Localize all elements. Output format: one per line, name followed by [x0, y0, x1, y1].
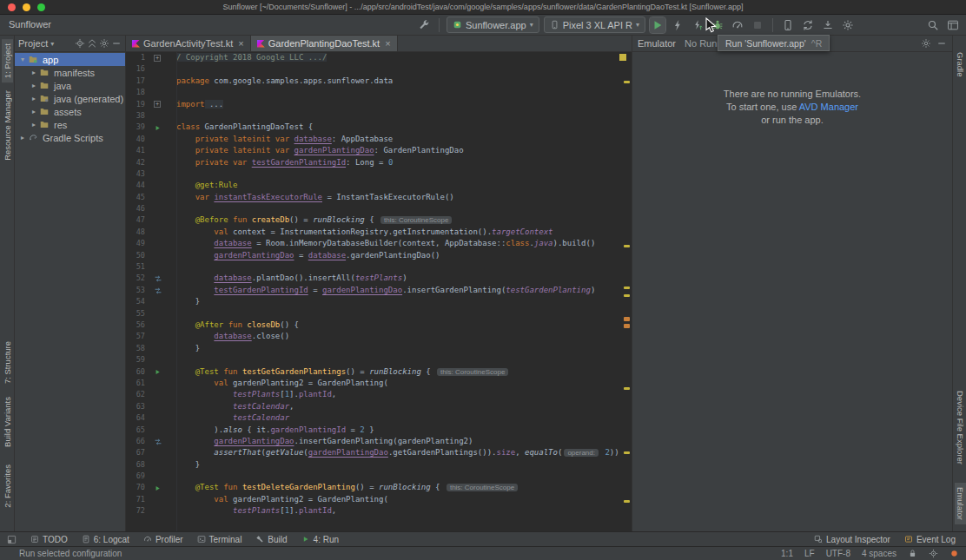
suspend-call-icon[interactable]: [154, 287, 162, 295]
indent-style[interactable]: 4 spaces: [862, 549, 897, 558]
close-tab-icon[interactable]: ×: [238, 38, 243, 49]
device-select[interactable]: Pixel 3 XL API R▾: [544, 16, 645, 33]
tool-button-1-project[interactable]: 1: Project: [2, 39, 13, 82]
line-separator[interactable]: LF: [804, 549, 815, 558]
stripe-mark[interactable]: [624, 287, 630, 289]
file-encoding[interactable]: UTF-8: [826, 549, 850, 558]
stripe-mark[interactable]: [624, 500, 630, 503]
code-line[interactable]: 19+import ...: [126, 99, 632, 110]
collapse-all-icon[interactable]: [87, 38, 97, 49]
code-editor[interactable]: 1+/ Copyright 2018 Google LLC .../1617pa…: [126, 52, 632, 531]
hide-panel-icon[interactable]: [936, 38, 947, 49]
code-line[interactable]: 61 val gardenPlanting2 = GardenPlanting(: [126, 378, 632, 389]
tree-item-java[interactable]: ▸java: [15, 79, 125, 92]
code-line[interactable]: 62 testPlants[1].plantId,: [126, 389, 632, 400]
debug-icon[interactable]: [710, 17, 725, 33]
profile-icon[interactable]: [730, 17, 745, 33]
tool-button-event-log[interactable]: Event Log: [904, 535, 956, 544]
locate-file-icon[interactable]: [75, 38, 85, 49]
code-line[interactable]: 58 }: [126, 343, 632, 354]
tree-item-app[interactable]: ▾app: [15, 53, 125, 66]
code-line[interactable]: 70 @Test fun testDeleteGardenPlanting() …: [126, 482, 632, 493]
stripe-mark[interactable]: [624, 451, 630, 454]
apply-code-changes-icon[interactable]: [690, 17, 705, 33]
stripe-mark[interactable]: [624, 317, 630, 321]
run-test-icon[interactable]: [154, 124, 162, 132]
stop-icon[interactable]: [750, 17, 765, 33]
tool-button-2-favorites[interactable]: 2: Favorites: [2, 460, 13, 512]
code-line[interactable]: 51: [126, 261, 632, 273]
code-line[interactable]: 57 database.close(): [126, 331, 632, 342]
stripe-mark[interactable]: [624, 387, 630, 390]
tree-item-assets[interactable]: ▸assets: [15, 105, 125, 118]
code-line[interactable]: 64 testCalendar: [126, 412, 632, 424]
code-line[interactable]: 16: [126, 63, 632, 75]
chevron-down-icon[interactable]: ▾: [18, 56, 27, 63]
tool-button-4-run[interactable]: 4: Run: [301, 535, 339, 544]
code-line[interactable]: 65 ).also { it.gardenPlantingId = 2 }: [126, 425, 632, 436]
code-line[interactable]: 67 assertThat(getValue(gardenPlantingDao…: [126, 447, 632, 458]
stripe-mark[interactable]: [624, 81, 630, 83]
code-line[interactable]: 1+/ Copyright 2018 Google LLC .../: [126, 52, 632, 63]
suspend-call-icon[interactable]: [154, 274, 162, 283]
annotations-icon[interactable]: [929, 549, 938, 558]
chevron-right-icon[interactable]: ▸: [30, 108, 38, 115]
apply-changes-icon[interactable]: [670, 17, 685, 33]
sdk-manager-icon[interactable]: [820, 17, 836, 33]
code-line[interactable]: 44 @get:Rule: [126, 180, 632, 191]
code-line[interactable]: 47 @Before fun createDb() = runBlocking …: [126, 214, 632, 226]
stripe-mark[interactable]: [624, 324, 630, 328]
code-line[interactable]: 49 database = Room.inMemoryDatabaseBuild…: [126, 238, 632, 249]
tool-button-build[interactable]: Build: [255, 535, 287, 544]
tool-button-build-variants[interactable]: Build Variants: [2, 392, 13, 451]
code-line[interactable]: 50 gardenPlantingDao = database.gardenPl…: [126, 250, 632, 261]
project-view-selector[interactable]: Project ▾: [18, 38, 54, 49]
tool-windows-layout-icon[interactable]: [945, 17, 961, 33]
tool-button-device-file-explorer[interactable]: Device File Explorer: [955, 386, 966, 469]
code-line[interactable]: 71 val gardenPlanting2 = GardenPlanting(: [126, 494, 632, 505]
code-line[interactable]: 45 var instantTaskExecutorRule = Instant…: [126, 192, 632, 203]
code-line[interactable]: 72 testPlants[1].plantId,: [126, 505, 632, 517]
tool-button-6-logcat[interactable]: 6: Logcat: [82, 535, 129, 544]
tree-item-manifests[interactable]: ▸manifests: [15, 66, 125, 79]
chevron-right-icon[interactable]: ▸: [18, 134, 27, 142]
run-config-select[interactable]: Sunflower.app▾: [447, 16, 539, 33]
tool-button-todo[interactable]: TODO: [30, 535, 68, 544]
code-line[interactable]: 56 @After fun closeDb() {: [126, 320, 632, 331]
code-line[interactable]: 69: [126, 471, 632, 482]
fold-marker[interactable]: +: [154, 101, 161, 108]
code-line[interactable]: 68 }: [126, 459, 632, 471]
avd-manager-icon[interactable]: [780, 17, 796, 33]
run-button[interactable]: [650, 17, 665, 33]
code-line[interactable]: 39class GardenPlantingDaoTest {: [126, 122, 632, 133]
code-line[interactable]: 17package com.google.samples.apps.sunflo…: [126, 76, 632, 87]
close-tab-icon[interactable]: ×: [385, 38, 390, 49]
code-line[interactable]: 38: [126, 110, 632, 122]
chevron-right-icon[interactable]: ▸: [30, 69, 38, 76]
suspend-call-icon[interactable]: [154, 438, 162, 446]
sync-gradle-icon[interactable]: [800, 17, 816, 33]
code-line[interactable]: 60 @Test fun testGetGardenPlantings() = …: [126, 366, 632, 378]
tool-button-resource-manager[interactable]: Resource Manager: [2, 86, 13, 165]
stripe-mark[interactable]: [624, 245, 630, 247]
hide-panel-icon[interactable]: [111, 38, 122, 49]
code-line[interactable]: 63 testCalendar,: [126, 401, 632, 412]
tool-button-layout-inspector[interactable]: Layout Inspector: [814, 535, 890, 544]
settings-icon[interactable]: [840, 17, 856, 33]
settings-icon[interactable]: [921, 38, 931, 49]
code-line[interactable]: 18: [126, 87, 632, 98]
code-line[interactable]: 55: [126, 308, 632, 320]
wrench-icon[interactable]: [416, 17, 432, 33]
notifications-icon[interactable]: [949, 549, 959, 558]
tab-gardenactivitytest-kt[interactable]: GardenActivityTest.kt×: [126, 36, 251, 51]
stripe-mark[interactable]: [624, 294, 630, 297]
tool-button-7-structure[interactable]: 7: Structure: [2, 337, 13, 388]
caret-position[interactable]: 1:1: [781, 549, 793, 558]
tree-item-java-generated[interactable]: ▸java (generated): [15, 92, 125, 105]
code-line[interactable]: 54 }: [126, 296, 632, 307]
code-line[interactable]: 52 database.plantDao().insertAll(testPla…: [126, 273, 632, 284]
code-line[interactable]: 40 private lateinit var database: AppDat…: [126, 134, 632, 145]
search-icon[interactable]: [925, 17, 941, 33]
run-test-icon[interactable]: [154, 484, 162, 492]
tree-item-res[interactable]: ▸res: [15, 118, 125, 131]
